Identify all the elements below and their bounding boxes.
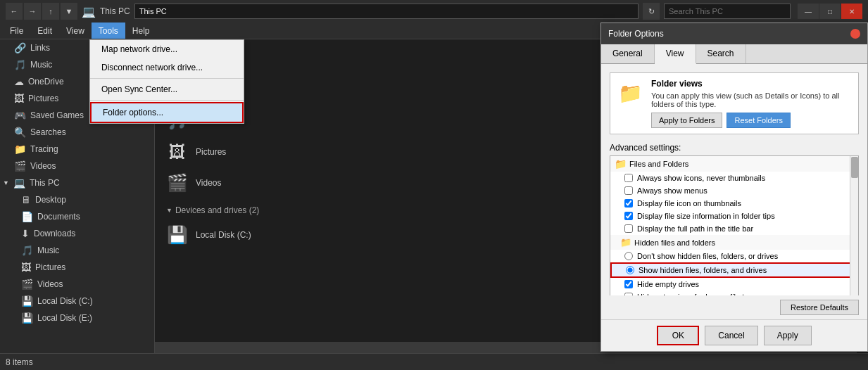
window-controls: — □ ✕	[798, 4, 862, 19]
local-c-icon: 💾	[21, 295, 33, 307]
address-bar[interactable]	[134, 4, 639, 19]
sidebar-item-this-pc[interactable]: ▼ 💻 This PC	[0, 174, 154, 191]
tracing-icon: 📁	[14, 143, 26, 155]
nav-buttons: ← → ↑ ▼	[6, 3, 77, 20]
local-e-icon: 💾	[21, 312, 33, 324]
downloads-icon: ⬇	[21, 228, 30, 239]
dialog-tabs: General View Search	[601, 44, 867, 64]
dialog-title: Folder Options	[608, 29, 850, 39]
sidebar-item-tracing[interactable]: 📁 Tracing	[0, 141, 154, 158]
menu-tools[interactable]: Tools	[92, 23, 125, 39]
music2-icon: 🎵	[21, 245, 33, 256]
expand-icon: ▼	[3, 179, 9, 186]
sidebar-item-videos[interactable]: 🎬 Videos	[0, 158, 154, 174]
pictures-icon: 🖼	[14, 93, 24, 104]
display-file-size-checkbox[interactable]	[624, 212, 633, 220]
videos-folder-icon: 🎬	[166, 172, 189, 194]
disconnect-network-drive-item[interactable]: Disconnect network drive...	[90, 58, 244, 77]
map-network-drive-item[interactable]: Map network drive...	[90, 40, 244, 58]
sidebar-item-music2[interactable]: 🎵 Music	[0, 242, 154, 259]
music-icon: 🎵	[14, 59, 26, 70]
dialog-title-bar: Folder Options	[601, 23, 867, 44]
maximize-button[interactable]: □	[819, 4, 841, 19]
folder-options-item[interactable]: Folder options...	[90, 102, 244, 123]
dont-show-hidden-item[interactable]: Don't show hidden files, folders, or dri…	[610, 250, 858, 262]
cancel-button[interactable]: Cancel	[705, 326, 757, 345]
folder-views-buttons: Apply to Folders Reset Folders	[651, 113, 853, 128]
always-show-icons-item[interactable]: Always show icons, never thumbnails	[610, 172, 858, 184]
onedrive-icon: ☁	[14, 76, 24, 87]
videos-icon: 🎬	[14, 160, 26, 172]
hidden-files-icon: 📁	[620, 237, 631, 248]
refresh-button[interactable]: ↻	[643, 3, 660, 20]
reset-folders-button[interactable]: Reset Folders	[727, 113, 790, 128]
hidden-files-subgroup: 📁 Hidden files and folders	[610, 235, 858, 250]
apply-button[interactable]: Apply	[764, 326, 812, 345]
dropdown-separator	[90, 78, 244, 79]
advanced-list-scrollbar-thumb[interactable]	[851, 157, 858, 178]
pictures-folder-icon: 🖼	[166, 141, 189, 163]
close-button[interactable]: ✕	[841, 4, 862, 19]
display-file-size-item[interactable]: Display file size information in folder …	[610, 210, 858, 222]
display-file-icon-checkbox[interactable]	[624, 199, 633, 208]
dialog-close-button[interactable]	[850, 29, 860, 39]
search-input[interactable]	[664, 4, 791, 19]
hide-empty-drives-checkbox[interactable]	[624, 280, 633, 288]
tab-view[interactable]: View	[655, 44, 696, 64]
always-show-menus-checkbox[interactable]	[624, 186, 633, 195]
recent-button[interactable]: ▼	[61, 3, 77, 20]
minimize-button[interactable]: —	[798, 4, 819, 19]
pictures2-icon: 🖼	[21, 262, 31, 273]
hide-empty-drives-item[interactable]: Hide empty drives	[610, 278, 858, 291]
forward-button[interactable]: →	[24, 3, 41, 20]
display-full-path-item[interactable]: Display the full path in the title bar	[610, 222, 858, 235]
videos2-icon: 🎬	[21, 279, 33, 290]
restore-defaults-button[interactable]: Restore Defaults	[780, 300, 859, 315]
searches-icon: 🔍	[14, 127, 26, 138]
dialog-bottom-section: Restore Defaults	[601, 295, 867, 319]
local-c-folder-icon: 💾	[166, 224, 189, 246]
up-button[interactable]: ↑	[42, 3, 59, 20]
folder-options-dialog: Folder Options General View Search 📁 Fol…	[600, 23, 868, 352]
always-show-icons-checkbox[interactable]	[624, 174, 633, 182]
sidebar-item-local-e[interactable]: 💾 Local Disk (E:)	[0, 310, 154, 326]
expand-devices-icon: ▼	[166, 207, 172, 214]
sidebar-item-pictures2[interactable]: 🖼 Pictures	[0, 259, 154, 276]
menu-file[interactable]: File	[3, 23, 30, 39]
menu-view[interactable]: View	[59, 23, 92, 39]
open-sync-center-item[interactable]: Open Sync Center...	[90, 80, 244, 98]
dialog-footer: OK Cancel Apply	[601, 319, 867, 351]
files-folders-icon: 📁	[615, 158, 627, 170]
title-bar: ← → ↑ ▼ 💻 This PC ↻ — □ ✕	[0, 0, 868, 23]
display-file-icon-item[interactable]: Display file icon on thumbnails	[610, 197, 858, 210]
menu-edit[interactable]: Edit	[30, 23, 59, 39]
menu-help[interactable]: Help	[125, 23, 157, 39]
folder-views-label: Folder views	[651, 79, 853, 89]
files-folders-group: 📁 Files and Folders	[610, 156, 858, 172]
ok-button[interactable]: OK	[657, 326, 699, 345]
dropdown-separator-2	[90, 100, 244, 101]
pc-icon: 💻	[82, 5, 96, 18]
sidebar-item-searches[interactable]: 🔍 Searches	[0, 124, 154, 141]
this-pc-icon: 💻	[13, 177, 25, 189]
hide-extensions-item[interactable]: Hide extensions for known file types	[610, 291, 858, 295]
advanced-list-scrollbar[interactable]	[850, 156, 858, 295]
show-hidden-item[interactable]: Show hidden files, folders, and drives	[610, 262, 858, 278]
display-full-path-checkbox[interactable]	[624, 224, 633, 233]
sidebar-item-local-c[interactable]: 💾 Local Disk (C:)	[0, 293, 154, 310]
hide-extensions-checkbox[interactable]	[624, 293, 633, 295]
back-button[interactable]: ←	[6, 3, 23, 20]
sidebar-item-downloads[interactable]: ⬇ Downloads	[0, 225, 154, 242]
sidebar-item-desktop[interactable]: 🖥 Desktop	[0, 191, 154, 208]
tab-search[interactable]: Search	[696, 44, 746, 63]
advanced-list[interactable]: 📁 Files and Folders Always show icons, n…	[610, 155, 859, 295]
title-bar-title: This PC	[100, 6, 130, 16]
apply-to-folders-button[interactable]: Apply to Folders	[651, 113, 722, 128]
always-show-menus-item[interactable]: Always show menus	[610, 184, 858, 197]
tab-general[interactable]: General	[601, 44, 655, 63]
saved-games-icon: 🎮	[14, 110, 26, 121]
sidebar-item-videos2[interactable]: 🎬 Videos	[0, 276, 154, 293]
dont-show-hidden-radio[interactable]	[624, 252, 633, 260]
sidebar-item-documents[interactable]: 📄 Documents	[0, 208, 154, 225]
show-hidden-radio[interactable]	[626, 266, 634, 274]
